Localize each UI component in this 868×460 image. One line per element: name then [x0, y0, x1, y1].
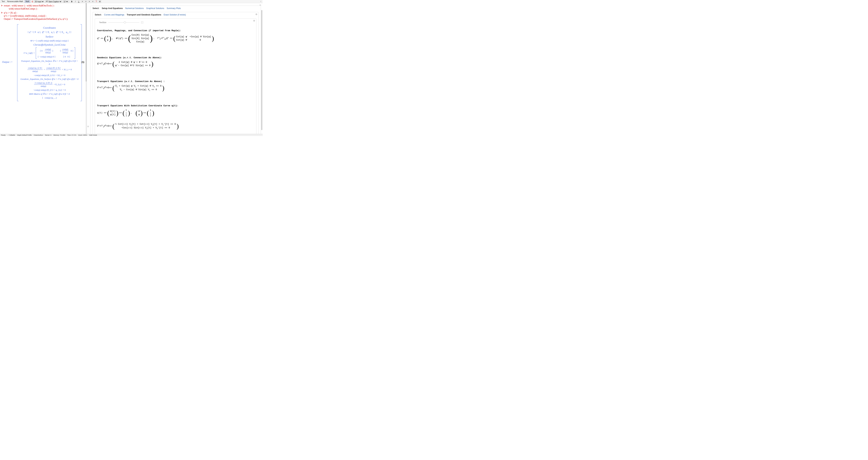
- size-select[interactable]: 12: [63, 0, 69, 3]
- geo-title: Geodesic_Equations_On_Surface q̈^σ + Γ^σ…: [20, 77, 79, 81]
- plus-icon[interactable]: ⊕: [255, 13, 257, 15]
- left-scrollbar[interactable]: [86, 3, 87, 134]
- transport-eq1: cos(φ) (φ_t) X1sin(φ) + cos(φ) (θ_t) X2s…: [20, 66, 79, 73]
- sel2-opt-1[interactable]: Transport and Geodesic Equations: [127, 13, 161, 16]
- geo-eq1: 2 cos(φ) (φ_t) (θ_t)sin(φ) + θ_{t,t} = 0: [20, 81, 79, 88]
- section-coords: Coordinates, Mappings, and Connection (Γ…: [97, 26, 254, 50]
- coords-title: Coordinates: [20, 26, 79, 29]
- font-select[interactable]: PT Sans Caption: [45, 0, 62, 3]
- status-editable: Editable: [8, 134, 15, 136]
- geo-eq2: −cos(φ) sin(φ) (θ_t)^2 + φ_{t,t} = 0: [20, 89, 79, 92]
- sel2-opt-2[interactable]: Exact Solution (if exists): [164, 13, 186, 16]
- transport-title: Transport_Equations_On_Surface Ẋ^σ + Γ^σ…: [20, 60, 79, 66]
- rhs-title: RHS Matrix of Ẋ^σ + Γ^σ_{αβ} q̇^α X^β = …: [20, 93, 79, 96]
- cmd-with[interactable]: with( tensorAddOnsComps ) :: [9, 7, 38, 10]
- transport-eq2: −cos(φ) sin(φ) (θ_t) X1 + X2_t = 0: [20, 74, 79, 77]
- plus-icon[interactable]: ⊕: [253, 19, 255, 22]
- content-card: ⊕ TextSize ▫ Coordinates, Mappings, and …: [95, 19, 256, 134]
- status-profile: Maple Default Profile: [17, 134, 32, 136]
- christoffel-eq: Γ^σ_{αβ} = [ 0 cos(φ)sin(φ) ] [ −cos(φ) …: [20, 47, 79, 59]
- rhs-partial: [ cos(φ) (φ_...): [20, 96, 79, 99]
- mathematica-pane: ⊕ Select: Setup And Equations Numerical …: [87, 3, 262, 134]
- status-mode: Math Mode: [89, 134, 97, 136]
- section-geodesic: Geodesic Equations (w.r.t. Connection As…: [97, 53, 254, 74]
- cmd-output-call[interactable]: Output := TransportAndGeodesicEquationsO…: [4, 18, 68, 21]
- maple-worksheet[interactable]: > restart : with( tensor ) : with( tenso…: [0, 3, 87, 134]
- table-icon[interactable]: ⊞: [98, 0, 101, 3]
- surface-title: Surface: [20, 35, 79, 38]
- bold-btn[interactable]: B: [70, 0, 73, 3]
- italic-btn[interactable]: I: [74, 0, 76, 3]
- status-bar: Ready Editable Maple Default Profile /Us…: [0, 134, 262, 136]
- coords-eq: [ qα = [ θ φ ], q̇α = [ θt φt ], q̈α = […: [20, 30, 79, 34]
- align-left-icon[interactable]: ≡: [81, 0, 84, 3]
- cmd-restart[interactable]: restart : with( tensor ) : with( tensorA…: [4, 4, 55, 7]
- output-label: Output :=: [2, 61, 13, 64]
- align-center-icon[interactable]: ≡: [85, 0, 87, 3]
- cmd-qa[interactable]: q^a := [θ, φ] :: [4, 11, 17, 14]
- sel1-opt-3[interactable]: Summary Plots: [167, 7, 181, 9]
- slider-close-icon[interactable]: ▫: [141, 21, 143, 24]
- select-label-2: Select:: [95, 13, 101, 16]
- status-memory: Memory: 76.18M: [54, 134, 65, 136]
- maple-c-icon: C: [32, 1, 33, 3]
- equation-number: (1): [82, 61, 84, 63]
- christ-title: ChristoffelSymbols_LeviCivita: [20, 43, 79, 46]
- select-label-1: Select:: [93, 7, 99, 9]
- slider-thumb[interactable]: [124, 21, 126, 24]
- surface-eq: Φ^i = [ cos(θ) sin(φ) sin(θ) sin(φ) cos(…: [20, 39, 79, 42]
- right-scrollbar[interactable]: [261, 10, 262, 130]
- align-right-icon[interactable]: ≡: [88, 0, 91, 3]
- selector-card-2: ⊕ Select: Curves and Mappings Transport …: [93, 12, 259, 134]
- format-toolbar: Text Nonexecutable Math Math C 2D Input …: [0, 0, 262, 3]
- mode-text-btn[interactable]: Text: [1, 0, 5, 3]
- mode-nonexec-btn[interactable]: Nonexecutable Math: [6, 0, 24, 3]
- status-zoom: Zoom: 200%: [78, 134, 87, 136]
- mode-math-btn[interactable]: Math: [25, 0, 30, 3]
- sel1-opt-0[interactable]: Setup And Equations: [102, 7, 123, 9]
- align-justify-icon[interactable]: ≡: [92, 0, 94, 3]
- cmd-phi[interactable]: φ^i := [cos(θ)·sin(φ), sin(θ)·sin(φ), co…: [4, 14, 46, 18]
- section-transport-sub: Transport Equations With Substitution Co…: [97, 101, 254, 134]
- textsize-slider[interactable]: [108, 22, 140, 23]
- sel2-opt-0[interactable]: Curves and Mappings: [104, 13, 124, 16]
- output-matrix: Coordinates [ qα = [ θ φ ], q̇α = [ θt φ…: [20, 24, 79, 101]
- underline-btn[interactable]: U: [77, 0, 81, 3]
- prompt: >: [1, 11, 4, 14]
- paragraph-icon[interactable]: ¶: [95, 0, 98, 3]
- status-ready: Ready: [1, 134, 5, 136]
- sel1-opt-1[interactable]: Numerical Solutions: [125, 7, 144, 9]
- status-time: Time: 17.17s: [67, 134, 76, 136]
- left-bracket: [17, 24, 19, 101]
- section-transport: Transport Equations (w.r.t. Connection A…: [97, 76, 254, 98]
- selector-card-1: Select: Setup And Equations Numerical So…: [90, 5, 261, 134]
- prompt: >: [1, 4, 4, 7]
- status-path: /Users/ozbox: [34, 134, 43, 136]
- toolbar-collapse-icon[interactable]: 《: [259, 0, 262, 3]
- input-style-select[interactable]: 2D Input: [34, 0, 44, 3]
- textsize-label: TextSize: [99, 21, 106, 24]
- expand-icon-bottom[interactable]: ⊕: [87, 125, 89, 128]
- status-server: Server: 6: [45, 134, 51, 136]
- sel1-opt-2[interactable]: Graphical Solutions: [146, 7, 164, 9]
